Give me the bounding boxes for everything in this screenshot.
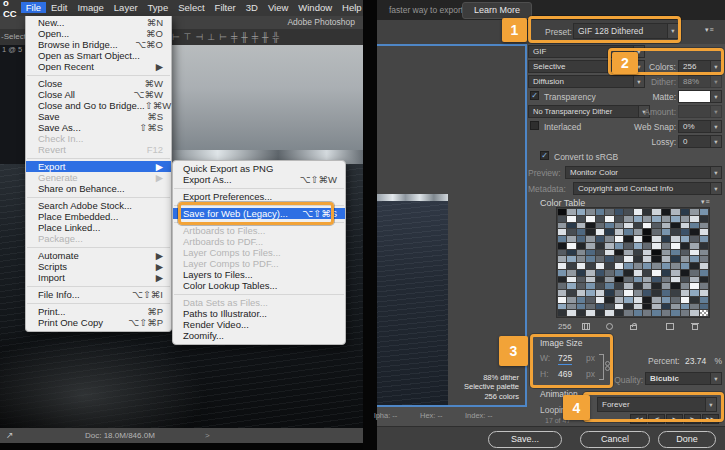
color-swatch[interactable] [652, 297, 660, 303]
menu-item-open[interactable]: Open...⌘O [26, 28, 171, 39]
color-swatch[interactable] [681, 310, 689, 316]
color-swatch[interactable] [605, 209, 613, 215]
color-swatch[interactable] [567, 216, 575, 222]
menubar-item-edit[interactable]: Edit [46, 2, 72, 13]
color-swatch[interactable] [690, 270, 698, 276]
color-swatch[interactable] [567, 209, 575, 215]
color-swatch[interactable] [624, 277, 632, 283]
percent-field[interactable]: 23.74 [685, 356, 706, 366]
color-swatch[interactable] [700, 236, 708, 242]
color-swatch[interactable] [662, 243, 670, 249]
color-swatch[interactable] [700, 290, 708, 296]
color-swatch[interactable] [605, 290, 613, 296]
color-swatch[interactable] [567, 263, 575, 269]
align-icon[interactable]: ⊢ [172, 29, 180, 45]
color-swatch[interactable] [652, 283, 660, 289]
color-swatch[interactable] [690, 216, 698, 222]
color-swatch[interactable] [596, 310, 604, 316]
color-swatch[interactable] [558, 256, 566, 262]
color-swatch[interactable] [586, 216, 594, 222]
color-swatch[interactable] [624, 209, 632, 215]
color-swatch[interactable] [577, 229, 585, 235]
menu-item-paths-to-illustrator[interactable]: Paths to Illustrator... [173, 308, 345, 319]
color-swatch[interactable] [662, 277, 670, 283]
color-swatch[interactable] [615, 277, 623, 283]
color-swatch[interactable] [671, 290, 679, 296]
color-swatch[interactable] [681, 283, 689, 289]
color-swatch[interactable] [671, 304, 679, 310]
color-swatch[interactable] [586, 297, 594, 303]
color-swatch[interactable] [567, 243, 575, 249]
color-swatch[interactable] [567, 256, 575, 262]
menubar-item-3d[interactable]: 3D [241, 2, 263, 13]
menu-item-place-linked[interactable]: Place Linked... [26, 222, 171, 233]
color-swatch[interactable] [690, 250, 698, 256]
color-swatch[interactable] [596, 243, 604, 249]
menu-item-scripts[interactable]: Scripts▶ [26, 261, 171, 272]
color-swatch[interactable] [671, 250, 679, 256]
color-swatch[interactable] [643, 277, 651, 283]
transparency-dither-dropdown[interactable]: No Transparency Dither ▾ [528, 105, 650, 118]
color-swatch[interactable] [615, 236, 623, 242]
color-swatch[interactable] [671, 216, 679, 222]
color-swatch[interactable] [605, 304, 613, 310]
align-icon[interactable]: ╬ [272, 29, 278, 45]
color-swatch[interactable] [558, 304, 566, 310]
transparency-checkbox[interactable]: ✓ [530, 91, 539, 100]
color-swatch[interactable] [567, 229, 575, 235]
color-swatch[interactable] [690, 310, 698, 316]
menubar-item-select[interactable]: Select [173, 2, 209, 13]
color-swatch[interactable] [652, 263, 660, 269]
color-swatch[interactable] [558, 283, 566, 289]
color-swatch[interactable] [586, 304, 594, 310]
menu-item-close-and-go-to-bridge[interactable]: Close and Go to Bridge...⇧⌘W [26, 100, 171, 111]
color-swatch[interactable] [567, 223, 575, 229]
color-swatch[interactable] [662, 250, 670, 256]
color-swatch[interactable] [558, 270, 566, 276]
color-swatch[interactable] [596, 216, 604, 222]
color-swatch[interactable] [586, 283, 594, 289]
color-swatch[interactable] [690, 263, 698, 269]
color-swatch[interactable] [596, 270, 604, 276]
color-swatch[interactable] [652, 236, 660, 242]
color-swatch[interactable] [624, 229, 632, 235]
menubar-item-image[interactable]: Image [72, 2, 108, 13]
color-swatch[interactable] [700, 304, 708, 310]
menu-item-quick-export-as-png[interactable]: Quick Export as PNG [173, 163, 345, 174]
color-swatch[interactable] [558, 229, 566, 235]
menubar-item-type[interactable]: Type [143, 2, 174, 13]
color-swatch[interactable] [577, 250, 585, 256]
menu-item-save-as[interactable]: Save As...⇧⌘S [26, 122, 171, 133]
color-swatch[interactable] [558, 290, 566, 296]
color-swatch[interactable] [586, 263, 594, 269]
color-swatch[interactable] [652, 270, 660, 276]
color-swatch[interactable] [605, 256, 613, 262]
color-swatch[interactable] [577, 236, 585, 242]
color-swatch[interactable] [624, 310, 632, 316]
share-icon[interactable]: ↗ [6, 428, 14, 443]
color-swatch[interactable] [577, 310, 585, 316]
color-swatch[interactable] [558, 310, 566, 316]
menu-item-print-one-copy[interactable]: Print One Copy⌥⇧⌘P [26, 317, 171, 328]
color-swatch[interactable] [586, 229, 594, 235]
align-icon[interactable]: ⊣ [195, 29, 203, 45]
color-swatch[interactable] [605, 310, 613, 316]
menu-item-open-as-smart-object[interactable]: Open as Smart Object... [26, 50, 171, 61]
color-swatch[interactable] [615, 263, 623, 269]
dither-method-dropdown[interactable]: Diffusion ▾ [528, 75, 645, 88]
menubar-item-file[interactable]: File [21, 2, 46, 13]
color-swatch[interactable] [700, 263, 708, 269]
color-swatch[interactable] [615, 297, 623, 303]
color-swatch[interactable] [567, 250, 575, 256]
map-transparency-icon[interactable] [604, 322, 615, 332]
color-swatch[interactable] [558, 236, 566, 242]
color-swatch[interactable] [671, 270, 679, 276]
color-swatch[interactable] [652, 290, 660, 296]
color-swatch[interactable] [624, 256, 632, 262]
color-swatch[interactable] [671, 283, 679, 289]
color-swatch[interactable] [615, 209, 623, 215]
color-swatch[interactable] [681, 229, 689, 235]
color-swatch[interactable] [662, 236, 670, 242]
menu-item-browse-in-bridge[interactable]: Browse in Bridge...⌥⌘O [26, 39, 171, 50]
interlaced-checkbox[interactable] [530, 121, 539, 130]
